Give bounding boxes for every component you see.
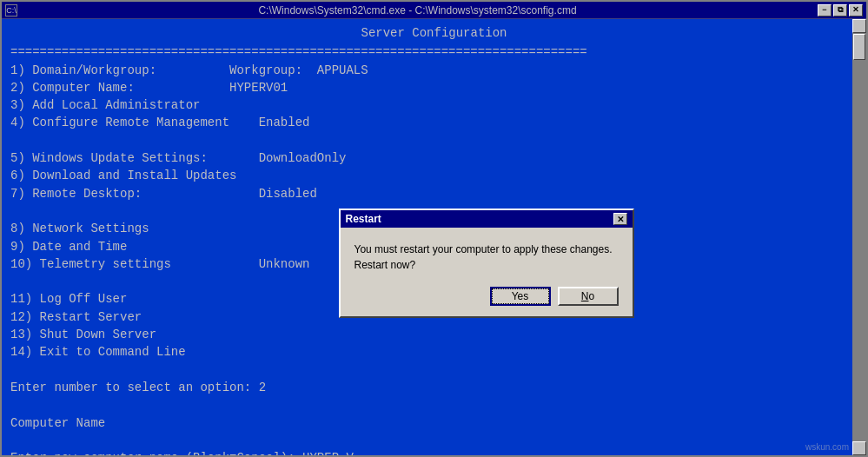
cmd-icon: C:\ bbox=[5, 4, 17, 17]
window-controls: − ⧉ ✕ bbox=[818, 4, 863, 17]
menu-item-14: 14) Exit to Command Line bbox=[10, 343, 858, 361]
scrollbar-track bbox=[852, 33, 866, 441]
dialog-titlebar: Restart ✕ bbox=[341, 210, 633, 228]
menu-item-3: 3) Add Local Administrator bbox=[10, 96, 858, 114]
menu-item-7: 7) Remote Desktop: Disabled bbox=[10, 185, 858, 202]
separator: ========================================… bbox=[10, 43, 858, 61]
server-config-title: Server Configuration bbox=[10, 24, 858, 42]
dialog-message-line1: You must restart your computer to apply … bbox=[354, 243, 613, 255]
yes-button[interactable]: Yes bbox=[490, 287, 551, 306]
blank-5 bbox=[10, 396, 858, 414]
title-bar: C:\ C:\Windows\System32\cmd.exe - C:\Win… bbox=[2, 2, 866, 19]
dialog-message-line2: Restart now? bbox=[354, 259, 416, 271]
blank-4 bbox=[10, 361, 858, 379]
cmd-content: Server Configuration ===================… bbox=[2, 19, 866, 455]
menu-item-13: 13) Shut Down Server bbox=[10, 326, 858, 343]
menu-item-1: 1) Domain/Workgroup: Workgroup: APPUALS bbox=[10, 62, 858, 79]
cmd-window: C:\ C:\Windows\System32\cmd.exe - C:\Win… bbox=[0, 0, 868, 457]
minimize-button[interactable]: − bbox=[818, 4, 832, 17]
restore-button[interactable]: ⧉ bbox=[833, 4, 847, 17]
menu-item-5: 5) Windows Update Settings: DownloadOnly bbox=[10, 149, 858, 167]
scrollbar-thumb[interactable] bbox=[853, 34, 865, 60]
blank-1 bbox=[10, 132, 858, 149]
scroll-up-button[interactable]: ▲ bbox=[852, 19, 866, 33]
input-prompt: Enter number to select an option: 2 bbox=[10, 379, 858, 396]
no-button-label: No bbox=[581, 290, 594, 302]
computer-name-label: Computer Name bbox=[10, 414, 858, 432]
close-button[interactable]: ✕ bbox=[849, 4, 863, 17]
window-title: C:\Windows\System32\cmd.exe - C:\Windows… bbox=[21, 4, 814, 17]
watermark: wskun.com bbox=[805, 442, 849, 452]
dialog-message: You must restart your computer to apply … bbox=[354, 242, 619, 273]
scroll-down-button[interactable]: ▼ bbox=[852, 441, 866, 455]
restart-dialog: Restart ✕ You must restart your computer… bbox=[339, 209, 634, 318]
scrollbar[interactable]: ▲ ▼ bbox=[852, 19, 866, 455]
dialog-title: Restart bbox=[346, 213, 381, 225]
blank-6 bbox=[10, 432, 858, 449]
dialog-buttons: Yes No bbox=[354, 287, 619, 306]
menu-item-6: 6) Download and Install Updates bbox=[10, 167, 858, 184]
dialog-body: You must restart your computer to apply … bbox=[341, 228, 633, 316]
menu-item-4: 4) Configure Remote Management Enabled bbox=[10, 114, 858, 131]
dialog-close-button[interactable]: ✕ bbox=[613, 213, 627, 225]
new-name-prompt: Enter new computer name (Blank=Cancel): … bbox=[10, 449, 858, 455]
no-button[interactable]: No bbox=[558, 287, 619, 306]
menu-item-2: 2) Computer Name: HYPERV01 bbox=[10, 79, 858, 96]
